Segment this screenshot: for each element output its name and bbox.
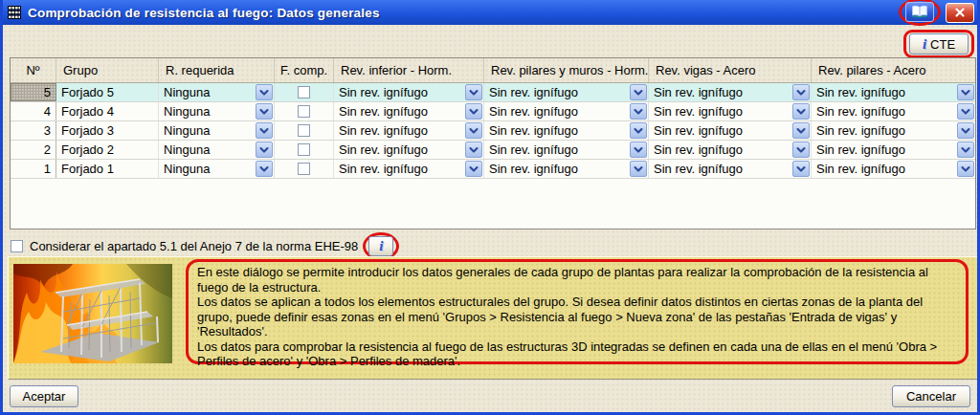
close-x-icon <box>954 7 966 18</box>
rev-inferior-select[interactable]: Sin rev. ignífugo <box>334 160 484 178</box>
row-number-cell[interactable]: 3 <box>11 121 56 140</box>
header-f-comp: F. comp. <box>275 58 334 82</box>
chevron-down-icon[interactable] <box>630 161 647 177</box>
chevron-down-icon[interactable] <box>792 122 810 139</box>
rev-pilares-select[interactable]: Sin rev. ignífugo <box>812 160 975 178</box>
help-paragraph-3: Los datos para comprobar la resistencia … <box>197 339 960 369</box>
annotation-ellipse-help-button <box>899 0 941 26</box>
chevron-down-icon[interactable] <box>465 103 482 120</box>
ehe-option-row: Considerar el apartado 5.1 del Anejo 7 d… <box>11 233 397 258</box>
cte-button-label: CTE <box>930 37 955 52</box>
required-resistance-select[interactable]: Ninguna <box>159 160 275 178</box>
info-i-icon: i <box>379 241 383 251</box>
chevron-down-icon[interactable] <box>792 103 810 120</box>
cancel-button[interactable]: Cancelar <box>892 385 970 407</box>
chevron-down-icon[interactable] <box>465 84 482 100</box>
chevron-down-icon[interactable] <box>256 142 273 158</box>
chevron-down-icon[interactable] <box>256 84 273 100</box>
groups-table: Nº Grupo R. requerida F. comp. Rev. infe… <box>10 57 976 229</box>
composite-slab-checkbox[interactable] <box>275 83 334 101</box>
burning-structure-image <box>13 264 172 363</box>
chevron-down-icon[interactable] <box>792 161 810 177</box>
table-row: 5 Forjado 5 Ninguna Sin rev. ignífugo Si… <box>11 83 975 102</box>
ehe-checkbox-label: Considerar el apartado 5.1 del Anejo 7 d… <box>30 239 358 253</box>
group-cell: Forjado 4 <box>56 102 159 120</box>
dialog-title: Comprobación de resistencia al fuego: Da… <box>28 6 895 20</box>
close-button[interactable] <box>946 3 974 23</box>
rev-vigas-select[interactable]: Sin rev. ignífugo <box>649 141 812 159</box>
row-number-cell[interactable]: 5 <box>11 83 56 101</box>
chevron-down-icon[interactable] <box>256 122 273 139</box>
chevron-down-icon[interactable] <box>792 142 810 158</box>
rev-pilares-muros-select[interactable]: Sin rev. ignífugo <box>484 83 649 101</box>
rev-inferior-select[interactable]: Sin rev. ignífugo <box>334 83 484 101</box>
rev-vigas-select[interactable]: Sin rev. ignífugo <box>649 102 812 120</box>
group-cell: Forjado 5 <box>56 83 159 101</box>
required-resistance-select[interactable]: Ninguna <box>159 121 275 140</box>
rev-vigas-select[interactable]: Sin rev. ignífugo <box>649 121 812 140</box>
rev-inferior-select[interactable]: Sin rev. ignífugo <box>334 102 484 120</box>
chevron-down-icon[interactable] <box>957 103 974 120</box>
annotation-rect-cte-button: i CTE <box>903 30 974 58</box>
open-book-icon <box>911 5 928 18</box>
rev-pilares-select[interactable]: Sin rev. ignífugo <box>812 102 975 120</box>
accept-button[interactable]: Aceptar <box>10 385 78 407</box>
help-paragraph-2: Los datos se aplican a todos los element… <box>197 295 960 339</box>
chevron-down-icon[interactable] <box>630 122 647 139</box>
header-r-requerida: R. requerida <box>159 58 275 82</box>
composite-slab-checkbox[interactable] <box>275 102 334 120</box>
header-rev-pilares: Rev. pilares - Acero <box>812 58 975 82</box>
chevron-down-icon[interactable] <box>957 142 974 158</box>
group-cell: Forjado 1 <box>56 160 159 178</box>
chevron-down-icon[interactable] <box>256 103 273 120</box>
row-number-cell[interactable]: 4 <box>11 102 56 120</box>
rev-vigas-select[interactable]: Sin rev. ignífugo <box>649 160 812 178</box>
chevron-down-icon[interactable] <box>256 161 273 177</box>
rev-pilares-select[interactable]: Sin rev. ignífugo <box>812 121 975 140</box>
rev-pilares-muros-select[interactable]: Sin rev. ignífugo <box>484 121 649 140</box>
group-cell: Forjado 3 <box>56 121 159 140</box>
composite-slab-checkbox[interactable] <box>275 141 334 159</box>
composite-slab-checkbox[interactable] <box>275 160 334 178</box>
rev-inferior-select[interactable]: Sin rev. ignífugo <box>334 121 484 140</box>
chevron-down-icon[interactable] <box>792 84 810 100</box>
chevron-down-icon[interactable] <box>630 84 647 100</box>
dialog-window: Comprobación de resistencia al fuego: Da… <box>0 0 980 415</box>
ehe-checkbox[interactable] <box>11 240 23 252</box>
table-row: 4 Forjado 4 Ninguna Sin rev. ignífugo Si… <box>11 102 975 121</box>
chevron-down-icon[interactable] <box>465 142 482 158</box>
table-row: 3 Forjado 3 Ninguna Sin rev. ignífugo Si… <box>11 121 975 141</box>
chevron-down-icon[interactable] <box>465 122 482 139</box>
help-panel: En este diálogo se permite introducir lo… <box>8 256 978 380</box>
info-i-icon: i <box>923 39 926 49</box>
help-book-button[interactable] <box>905 2 934 22</box>
table-header-row: Nº Grupo R. requerida F. comp. Rev. infe… <box>11 58 975 83</box>
chevron-down-icon[interactable] <box>957 161 974 177</box>
row-number-cell[interactable]: 2 <box>11 141 56 159</box>
chevron-down-icon[interactable] <box>630 142 647 158</box>
chevron-down-icon[interactable] <box>957 84 974 100</box>
rev-vigas-select[interactable]: Sin rev. ignífugo <box>649 83 812 101</box>
chevron-down-icon[interactable] <box>630 103 647 120</box>
rev-pilares-muros-select[interactable]: Sin rev. ignífugo <box>484 102 649 120</box>
rev-pilares-select[interactable]: Sin rev. ignífugo <box>812 141 975 159</box>
row-number-cell[interactable]: 1 <box>11 160 56 178</box>
required-resistance-select[interactable]: Ninguna <box>159 102 275 120</box>
composite-slab-checkbox[interactable] <box>275 121 334 140</box>
rev-pilares-select[interactable]: Sin rev. ignífugo <box>812 83 975 101</box>
required-resistance-select[interactable]: Ninguna <box>159 141 275 159</box>
chevron-down-icon[interactable] <box>957 122 974 139</box>
rev-pilares-muros-select[interactable]: Sin rev. ignífugo <box>484 160 649 178</box>
group-cell: Forjado 2 <box>56 141 159 159</box>
table-row: 2 Forjado 2 Ninguna Sin rev. ignífugo Si… <box>11 141 975 160</box>
title-bar: Comprobación de resistencia al fuego: Da… <box>3 0 977 25</box>
rev-inferior-select[interactable]: Sin rev. ignífugo <box>334 141 484 159</box>
ehe-info-button[interactable]: i <box>368 236 393 256</box>
required-resistance-select[interactable]: Ninguna <box>159 83 275 101</box>
header-rev-pilares-muros: Rev. pilares y muros - Horm. <box>484 58 649 82</box>
cte-button[interactable]: i CTE <box>909 33 969 55</box>
header-grupo: Grupo <box>56 58 159 82</box>
rev-pilares-muros-select[interactable]: Sin rev. ignífugo <box>484 141 649 159</box>
header-num: Nº <box>11 58 56 82</box>
chevron-down-icon[interactable] <box>465 161 482 177</box>
